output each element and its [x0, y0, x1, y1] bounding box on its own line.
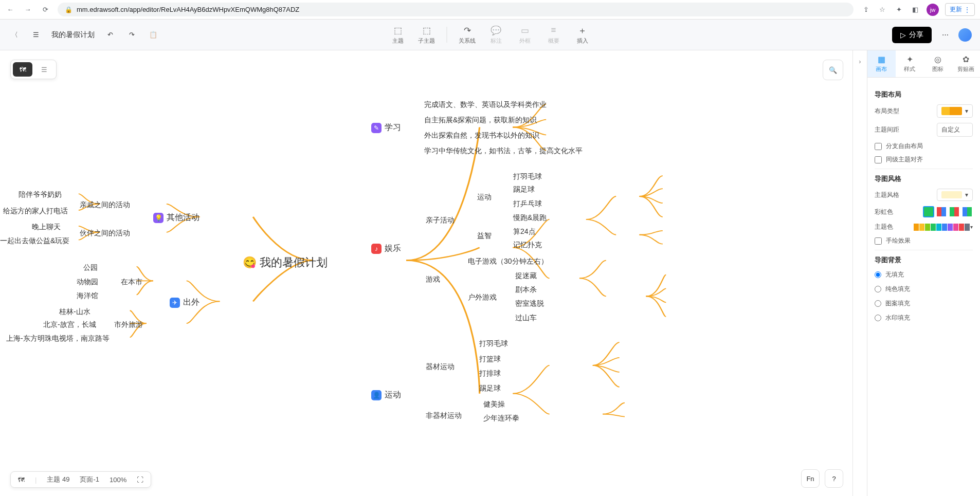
- forward-icon[interactable]: →: [23, 5, 33, 15]
- tool-frame: ▭外框: [516, 25, 534, 45]
- redo-icon[interactable]: ↷: [125, 29, 138, 41]
- browser-bar: ← → ⟳ 🔒 mm.edrawsoft.cn/app/editor/ReLvA…: [0, 0, 980, 20]
- tool-summary: ≡概要: [545, 25, 562, 45]
- tool-relation[interactable]: ↷关系线: [459, 25, 476, 45]
- user-avatar[interactable]: [958, 28, 972, 42]
- lock-icon: 🔒: [65, 6, 72, 13]
- reload-icon[interactable]: ⟳: [40, 5, 50, 15]
- tool-note: 💬标注: [487, 25, 505, 45]
- window-icon[interactable]: ◧: [910, 5, 920, 15]
- tool-subtopic[interactable]: ⬚子主题: [418, 25, 435, 45]
- bookmark-icon[interactable]: ☆: [877, 5, 887, 15]
- url-text: mm.edrawsoft.cn/app/editor/ReLvAH4AyB6dz…: [77, 6, 299, 13]
- play-icon: ▷: [900, 31, 906, 39]
- extensions-icon[interactable]: ✦: [894, 5, 904, 15]
- document-title[interactable]: 我的暑假计划: [51, 30, 95, 40]
- share-link-icon[interactable]: ⇪: [861, 5, 871, 15]
- share-button[interactable]: ▷分享: [892, 27, 932, 43]
- app-toolbar: 〈 ☰ 我的暑假计划 ↶ ↷ 📋 ⬚主题 ⬚子主题 ↷关系线 💬标注 ▭外框 ≡…: [0, 20, 980, 50]
- menu-icon[interactable]: ☰: [30, 29, 42, 41]
- tool-topic[interactable]: ⬚主题: [389, 25, 407, 45]
- clipboard-icon[interactable]: 📋: [147, 29, 159, 41]
- back-icon[interactable]: ←: [5, 5, 15, 15]
- url-bar[interactable]: 🔒 mm.edrawsoft.cn/app/editor/ReLvAH4AyB6…: [58, 3, 854, 16]
- profile-avatar[interactable]: jw: [927, 4, 939, 16]
- update-button[interactable]: 更新⋮: [945, 3, 975, 16]
- back-button[interactable]: 〈: [8, 29, 21, 41]
- more-icon[interactable]: ⋯: [939, 29, 951, 41]
- tool-insert[interactable]: ＋插入: [574, 25, 591, 45]
- undo-icon[interactable]: ↶: [104, 29, 116, 41]
